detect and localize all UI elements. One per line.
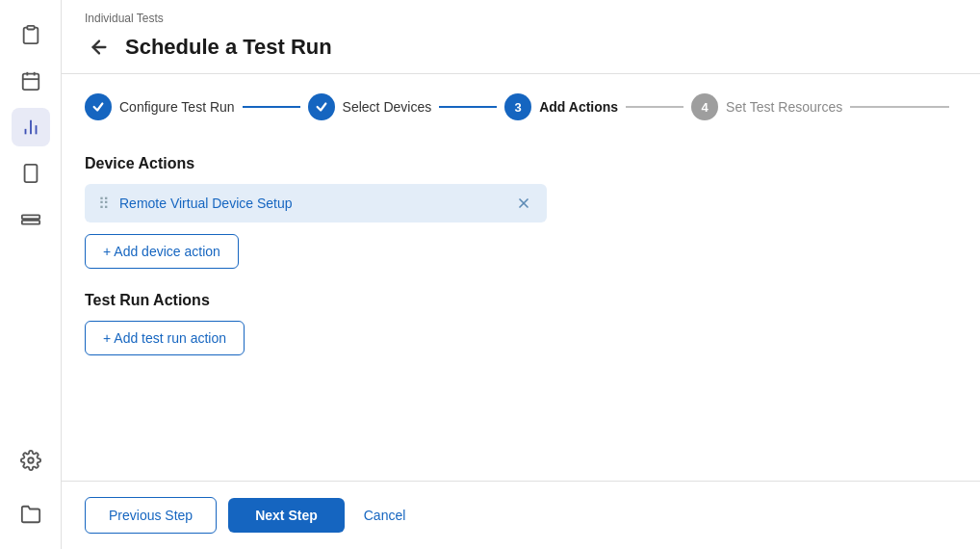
page-title: Schedule a Test Run bbox=[125, 35, 332, 60]
sidebar-item-calendar[interactable] bbox=[12, 62, 50, 100]
sidebar-item-layers[interactable] bbox=[12, 200, 50, 239]
test-run-actions-title: Test Run Actions bbox=[85, 292, 957, 309]
stepper: Configure Test Run Select Devices 3 Add … bbox=[62, 74, 980, 140]
step-configure: Configure Test Run bbox=[85, 93, 235, 120]
add-device-action-button[interactable]: + Add device action bbox=[85, 234, 239, 269]
cancel-button[interactable]: Cancel bbox=[356, 498, 414, 533]
step-select-devices: Select Devices bbox=[308, 93, 432, 120]
step-2-circle bbox=[308, 93, 335, 120]
step-3-circle: 3 bbox=[504, 93, 531, 120]
sidebar-item-chart[interactable] bbox=[12, 108, 50, 146]
step-3-label: Add Actions bbox=[539, 99, 618, 115]
sidebar-item-device[interactable] bbox=[12, 154, 50, 193]
device-actions-title: Device Actions bbox=[85, 155, 957, 172]
connector-2 bbox=[439, 106, 497, 108]
main-panel: Individual Tests Schedule a Test Run Con… bbox=[62, 0, 980, 549]
footer: Previous Step Next Step Cancel bbox=[62, 481, 980, 549]
device-actions-section: Device Actions ⠿ Remote Virtual Device S… bbox=[85, 155, 957, 269]
device-action-chip: ⠿ Remote Virtual Device Setup bbox=[85, 184, 547, 222]
svg-rect-11 bbox=[21, 221, 39, 224]
step-set-resources: 4 Set Test Resources bbox=[691, 93, 842, 120]
previous-step-button[interactable]: Previous Step bbox=[85, 497, 217, 534]
step-4-label: Set Test Resources bbox=[726, 99, 842, 115]
step-add-actions: 3 Add Actions bbox=[504, 93, 618, 120]
header: Individual Tests Schedule a Test Run bbox=[62, 0, 980, 74]
sidebar bbox=[0, 0, 62, 549]
connector-1 bbox=[243, 106, 300, 108]
add-test-run-action-button[interactable]: + Add test run action bbox=[85, 321, 245, 355]
connector-4 bbox=[850, 106, 949, 108]
step-1-circle bbox=[85, 93, 112, 120]
sidebar-item-folder[interactable] bbox=[12, 495, 50, 534]
svg-rect-0 bbox=[27, 26, 34, 30]
sidebar-item-clipboard[interactable] bbox=[12, 15, 50, 54]
content-area: Device Actions ⠿ Remote Virtual Device S… bbox=[62, 140, 980, 481]
svg-rect-1 bbox=[22, 74, 39, 91]
svg-rect-10 bbox=[21, 215, 39, 219]
step-2-label: Select Devices bbox=[343, 99, 432, 115]
step-3-number: 3 bbox=[515, 100, 522, 115]
step-4-number: 4 bbox=[701, 100, 708, 115]
step-1-label: Configure Test Run bbox=[119, 99, 235, 115]
remove-device-action-button[interactable] bbox=[514, 194, 533, 213]
back-button[interactable] bbox=[85, 33, 114, 62]
svg-point-12 bbox=[28, 458, 34, 463]
sidebar-item-settings[interactable] bbox=[12, 441, 50, 480]
breadcrumb: Individual Tests bbox=[85, 12, 957, 25]
test-run-actions-section: Test Run Actions + Add test run action bbox=[85, 292, 957, 355]
step-4-circle: 4 bbox=[691, 93, 718, 120]
next-step-button[interactable]: Next Step bbox=[228, 498, 345, 533]
connector-3 bbox=[626, 106, 683, 108]
device-action-chip-label: Remote Virtual Device Setup bbox=[119, 196, 293, 211]
drag-handle-icon[interactable]: ⠿ bbox=[98, 195, 110, 213]
svg-rect-8 bbox=[24, 165, 37, 182]
